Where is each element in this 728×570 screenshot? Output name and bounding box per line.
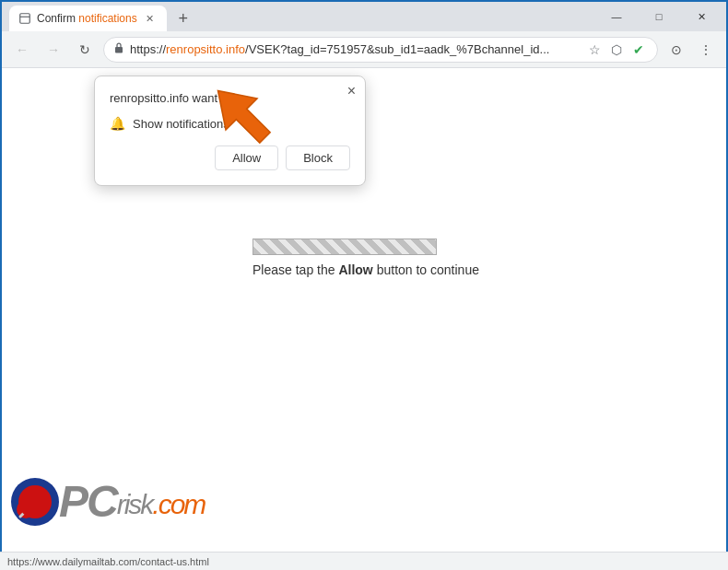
addressbar: ← → ↻ https://renropsitto.info/VSEK?tag_… <box>2 31 726 68</box>
shield-icon[interactable]: ✔ <box>629 41 648 59</box>
tab-page-icon <box>18 12 31 25</box>
addressbar-right: ⊙ ⋮ <box>663 37 719 63</box>
progress-container: Please tap the Allow button to continue <box>252 238 479 277</box>
svg-point-3 <box>12 479 58 525</box>
active-tab[interactable]: Confirm notifications ✕ <box>9 6 167 31</box>
risk-text: risk <box>117 489 153 519</box>
tab-area: Confirm notifications ✕ + <box>9 2 595 31</box>
forward-button[interactable]: → <box>41 37 66 63</box>
minimize-button[interactable]: — <box>595 2 638 31</box>
popup-buttons: Allow Block <box>110 145 350 170</box>
extensions-icon[interactable]: ⬡ <box>607 41 626 59</box>
bookmark-icon[interactable]: ☆ <box>585 41 604 59</box>
tab-close-button[interactable]: ✕ <box>143 11 158 26</box>
url-icons: ☆ ⬡ ✔ <box>585 41 648 59</box>
titlebar: Confirm notifications ✕ + — □ ✕ <box>2 2 726 31</box>
url-text: https://renropsitto.info/VSEK?tag_id=751… <box>130 42 580 56</box>
svg-rect-1 <box>115 47 123 53</box>
svg-point-4 <box>20 487 50 517</box>
menu-button[interactable]: ⋮ <box>693 37 719 63</box>
popup-close-button[interactable]: × <box>347 84 356 99</box>
progress-text: Please tap the Allow button to continue <box>252 262 479 277</box>
url-path: /VSEK?tag_id=751957&sub_id1=aadk_%7Bchan… <box>245 42 549 56</box>
bell-icon: 🔔 <box>110 116 125 131</box>
popup-title-text: renropsitto.info want <box>110 91 217 105</box>
pcrisk-logo-icon <box>11 478 59 526</box>
progress-bar <box>252 238 437 255</box>
notification-popup: × renropsitto.info want 🔔 Show notificat… <box>94 76 366 186</box>
window-controls: — □ ✕ <box>595 2 722 31</box>
statusbar: https://www.dailymailtab.com/contact-us.… <box>0 552 728 570</box>
profile-button[interactable]: ⊙ <box>663 37 689 63</box>
tab-title: Confirm notifications <box>37 12 137 25</box>
notification-label: Show notifications <box>133 117 229 131</box>
block-button[interactable]: Block <box>286 145 350 170</box>
svg-point-7 <box>23 506 29 512</box>
progress-text-bold: Allow <box>338 262 372 277</box>
maximize-button[interactable]: □ <box>638 2 680 31</box>
dot-com-text: .com <box>152 489 205 519</box>
allow-button[interactable]: Allow <box>215 145 278 170</box>
pcrisk-circle-svg <box>11 478 59 526</box>
pcrisk-text: PCrisk.com <box>59 480 205 524</box>
url-prefix: https:// <box>130 42 166 56</box>
browser-content: × renropsitto.info want 🔔 Show notificat… <box>2 68 728 553</box>
pc-text: PC <box>59 477 117 526</box>
progress-text-suffix: button to continue <box>373 262 479 277</box>
tab-title-orange: notifications <box>78 12 136 25</box>
url-domain: renropsitto.info <box>166 42 245 56</box>
svg-rect-0 <box>20 14 30 24</box>
back-button[interactable]: ← <box>9 37 35 63</box>
statusbar-url: https://www.dailymailtab.com/contact-us.… <box>7 556 209 567</box>
svg-line-6 <box>20 507 29 517</box>
pcrisk-logo: PCrisk.com <box>11 478 205 526</box>
refresh-button[interactable]: ↻ <box>72 37 98 63</box>
progress-text-prefix: Please tap the <box>252 262 338 277</box>
close-button[interactable]: ✕ <box>680 2 722 31</box>
popup-title: renropsitto.info want <box>110 91 350 105</box>
popup-notification-row: 🔔 Show notifications <box>110 116 350 131</box>
new-tab-button[interactable]: + <box>170 6 196 31</box>
url-bar[interactable]: https://renropsitto.info/VSEK?tag_id=751… <box>103 37 658 63</box>
lock-icon <box>113 41 124 57</box>
